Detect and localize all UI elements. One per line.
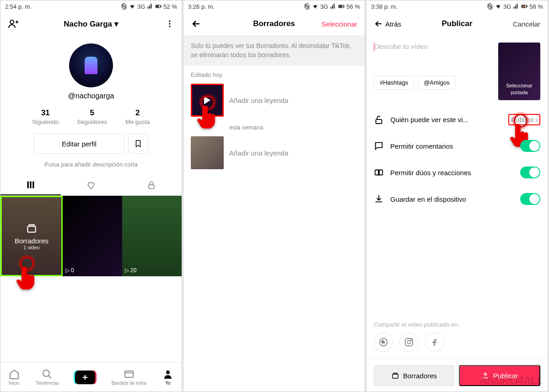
edit-profile-button[interactable]: Editar perfil [34,134,124,154]
phone-publish: 3:38 p. m. 3G 58 % Atrás Publicar Cancel… [366,0,548,392]
cancel-button[interactable]: Cancelar [513,20,540,28]
download-icon [374,194,384,204]
stat-followers[interactable]: 5 Seguidores [77,108,107,125]
publish-body: Describe tu vídeo #Hashtags @Amigos Sele… [366,35,548,359]
chevron-down-icon: ▾ [114,20,118,28]
inbox-icon [124,369,135,380]
back-arrow-icon [374,19,383,29]
phone-drafts: 3:26 p. m. 3G 56 % Borradores Selecciona… [183,0,365,392]
battery-icon [521,3,527,10]
play-icon [204,96,210,104]
page-title: Publicar [441,19,472,28]
svg-point-18 [166,371,170,374]
status-bar: 3:38 p. m. 3G 58 % [366,0,548,12]
drafts-icon [26,222,38,234]
drafts-icon [391,371,399,380]
add-friend-icon[interactable] [8,18,19,29]
battery-icon [155,3,161,10]
watermark: ANDRO4ALL [479,374,543,387]
svg-rect-17 [125,371,133,377]
draft-caption-2: Añadir una leyenda [229,149,288,157]
stat-likes[interactable]: 2 Me gusta [125,108,150,125]
draft-item-2[interactable]: Añadir una leyenda [183,134,365,171]
drafts-notice: Solo tú puedes ver tus Borradores. Al de… [183,35,365,66]
play-icon: ▷ [125,267,129,274]
wifi-icon [495,3,501,10]
svg-line-23 [488,4,493,9]
svg-point-7 [169,26,170,27]
nav-inbox[interactable]: Bandeja de entra [112,369,146,386]
vibrate-icon [487,3,493,10]
cover-thumbnail[interactable]: Seleccionar portada [498,43,540,100]
nav-trends[interactable]: Tendencias [36,369,59,386]
share-whatsapp[interactable] [374,333,393,352]
signal-icon [513,3,519,10]
draft-thumb-1[interactable] [191,84,224,117]
save-drafts-button[interactable]: Borradores [374,365,454,386]
svg-line-14 [48,376,51,378]
video-cell-3[interactable]: ▷20 [122,196,182,276]
back-arrow-icon[interactable] [191,18,202,29]
battery-label: 58 % [529,3,543,10]
instagram-icon [404,337,414,347]
svg-point-6 [169,23,170,24]
friends-chip[interactable]: @Amigos [418,75,456,90]
save-toggle[interactable] [520,193,540,205]
bookmark-icon [134,140,142,148]
bookmark-button[interactable] [128,134,148,154]
tab-liked[interactable] [61,175,121,195]
duets-toggle[interactable] [520,166,540,178]
nav-create[interactable] [75,371,95,384]
profile-tabs [0,175,182,196]
video-cell-2[interactable]: ▷0 [63,196,122,276]
share-facebook[interactable] [425,333,444,352]
nav-home[interactable]: Inicio [9,369,20,386]
stat-following[interactable]: 31 Siguiendo [32,108,59,125]
description-input[interactable]: Describe tu vídeo [374,43,493,75]
svg-rect-3 [161,6,161,7]
nav-me[interactable]: Yo [162,369,173,386]
status-time: 3:26 p. m. [188,3,215,10]
profile-header: Nacho Garga ▾ [0,12,182,35]
comments-toggle[interactable] [520,140,540,152]
drafts-cell[interactable]: Borradores 1 video [0,196,63,276]
save-row: Guardar en el dispositivo [374,186,540,212]
avatar[interactable] [69,43,113,87]
privacy-value[interactable]: Público › [508,114,540,125]
tab-private[interactable] [121,175,182,195]
svg-rect-11 [149,185,154,188]
privacy-row[interactable]: Quién puede ver este vi... Público › [374,107,540,133]
network-label: 3G [320,3,328,10]
profile-name-dropdown[interactable]: Nacho Garga ▾ [64,19,118,29]
more-icon[interactable] [165,19,174,28]
profile-content: @nachogarga 31 Siguiendo 5 Seguidores 2 … [0,35,182,362]
draft-caption-1: Añadir una leyenda [229,97,288,104]
share-instagram[interactable] [399,333,419,352]
signal-icon [147,3,153,10]
draft-item-1[interactable]: Añadir una leyenda [183,82,365,118]
svg-line-19 [305,4,310,9]
tab-videos[interactable] [0,175,61,195]
svg-rect-27 [376,119,382,124]
page-title: Borradores [253,19,295,28]
share-label: Compartir el vídeo publicado en: [374,321,540,328]
chevron-right-icon: › [535,116,538,124]
vibrate-icon [121,3,127,10]
stats-row: 31 Siguiendo 5 Seguidores 2 Me gusta [32,108,150,125]
plus-icon [81,373,89,381]
section-today-label: Editado hoy [183,66,365,82]
draft-thumb-2[interactable] [191,136,224,169]
svg-rect-2 [156,5,159,7]
lock-icon [147,181,156,190]
hashtags-chip[interactable]: #Hashtags [374,75,414,90]
grid-icon [26,180,35,189]
video-grid: Borradores 1 video ▷0 ▷20 [0,196,182,276]
svg-point-32 [407,340,410,344]
svg-rect-12 [27,226,35,232]
back-button[interactable]: Atrás [374,19,401,29]
status-bar: 3:26 p. m. 3G 56 % [183,0,365,12]
select-button[interactable]: Seleccionar [322,20,357,28]
svg-point-13 [43,370,49,376]
bio-hint[interactable]: Pulsa para añadir descripción corta [44,161,138,168]
publish-header: Atrás Publicar Cancelar [366,12,548,35]
